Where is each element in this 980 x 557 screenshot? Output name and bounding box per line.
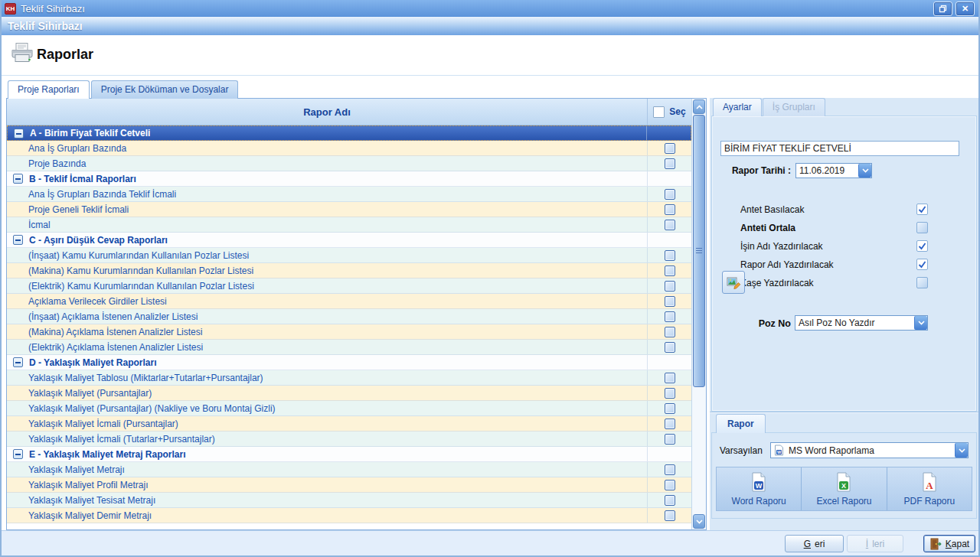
table-row[interactable]: (İnşaat) Kamu Kurumlarından Kullanılan P…	[7, 248, 691, 263]
group-row[interactable]: A - Birim Fiyat Teklif Cetveli	[7, 125, 691, 141]
row-checkbox[interactable]	[665, 158, 675, 169]
tab-rapor[interactable]: Rapor	[716, 414, 766, 433]
row-checkbox[interactable]	[665, 296, 675, 307]
option-checkbox[interactable]	[916, 240, 928, 252]
table-row[interactable]: Yaklaşık Maliyet (Pursantajlar) (Nakliye…	[7, 401, 691, 416]
tab-is-gruplari[interactable]: İş Grupları	[763, 98, 825, 116]
row-checkbox[interactable]	[665, 510, 675, 521]
table-row[interactable]: Yaklaşık Maliyet Tablosu (Miktarlar+Tuta…	[7, 370, 691, 386]
collapse-minus-icon[interactable]	[13, 357, 23, 367]
table-row[interactable]: (Elektrik) Açıklama İstenen Analizler Li…	[7, 340, 691, 355]
row-checkbox-cell	[647, 309, 691, 324]
column-header-rapor-adi: Rapor Adı	[7, 106, 647, 118]
table-row[interactable]: Ana İş Grupları Bazında	[7, 141, 691, 156]
row-checkbox[interactable]	[665, 480, 675, 490]
collapse-minus-icon[interactable]	[14, 129, 24, 138]
row-checkbox[interactable]	[665, 189, 675, 200]
edit-antet-button[interactable]	[722, 271, 745, 294]
table-row[interactable]: Ana İş Grupları Bazında Teklif İcmali	[7, 187, 691, 202]
varsayilan-label: Varsayılan	[720, 445, 763, 456]
group-row[interactable]: B - Teklif İcmal Raporları	[7, 171, 691, 187]
table-row[interactable]: (Makina) Kamu Kurumlarından Kullanılan P…	[7, 263, 691, 278]
tab-proje-raporlari[interactable]: Proje Raporları	[8, 80, 90, 99]
close-button-footer[interactable]: Kapat	[923, 535, 975, 552]
group-row[interactable]: D - Yaklaşık Maliyet Raporları	[7, 355, 691, 370]
table-row[interactable]: Yaklaşık Maliyet Demir Metrajı	[7, 508, 691, 523]
collapse-minus-icon[interactable]	[13, 174, 23, 184]
table-row[interactable]: Proje Bazında	[7, 156, 691, 171]
report-rows: A - Birim Fiyat Teklif CetveliAna İş Gru…	[7, 125, 691, 529]
row-checkbox[interactable]	[665, 250, 675, 261]
select-all-checkbox[interactable]	[653, 106, 665, 118]
option-checkbox[interactable]	[916, 222, 928, 233]
row-checkbox[interactable]	[665, 220, 675, 230]
application-window: KH Teklif Sihirbazı ✕ Teklif Sihirbazı R…	[0, 0, 980, 557]
table-row[interactable]: (Makina) Açıklama İstenen Analizler List…	[7, 324, 691, 340]
report-name-input[interactable]	[720, 141, 959, 156]
row-checkbox[interactable]	[665, 281, 675, 292]
group-row[interactable]: E - Yaklaşık Maliyet Metraj Raporları	[7, 447, 691, 462]
report-date-combobox[interactable]: 11.06.2019	[795, 163, 872, 178]
row-checkbox[interactable]	[665, 311, 675, 322]
back-button[interactable]: Geri	[785, 535, 844, 552]
row-checkbox[interactable]	[665, 204, 675, 215]
row-checkbox[interactable]	[665, 403, 675, 414]
scroll-thumb[interactable]	[693, 115, 705, 387]
collapse-minus-icon[interactable]	[13, 235, 23, 245]
row-checkbox[interactable]	[665, 419, 675, 429]
table-row[interactable]: Yaklaşık Maliyet Metrajı	[7, 462, 691, 477]
row-label: Yaklaşık Maliyet İcmali (Pursantajlar)	[7, 416, 647, 431]
collapse-minus-icon[interactable]	[13, 449, 23, 459]
group-row[interactable]: C - Aşırı Düşük Cevap Raporları	[7, 233, 691, 248]
poz-no-combobox[interactable]: Asıl Poz No Yazdır	[795, 315, 928, 331]
option-checkbox[interactable]	[916, 277, 928, 288]
tab-proje-ek-dokuman[interactable]: Proje Ek Döküman ve Dosyalar	[91, 80, 239, 99]
scroll-up-button[interactable]	[693, 99, 705, 114]
table-row[interactable]: Yaklaşık Maliyet Profil Metrajı	[7, 477, 691, 493]
row-label: Proje Geneli Teklif İcmali	[7, 202, 647, 217]
table-row[interactable]: (İnşaat) Açıklama İstenen Analizler List…	[7, 309, 691, 324]
option-checkbox[interactable]	[916, 259, 928, 270]
check-icon	[918, 261, 926, 269]
table-row[interactable]: Yaklaşık Maliyet İcmali (Pursantajlar)	[7, 416, 691, 432]
close-button[interactable]: ✕	[956, 2, 975, 16]
row-checkbox[interactable]	[665, 342, 675, 353]
option-label: Kaşe Yazdırılacak	[740, 278, 814, 288]
report-date-label: Rapor Tarihi :	[720, 165, 791, 176]
row-label: E - Yaklaşık Maliyet Metraj Raporları	[7, 447, 647, 461]
close-button-label: Kapat	[946, 539, 969, 549]
restore-button[interactable]	[933, 2, 952, 16]
table-row[interactable]: Proje Geneli Teklif İcmali	[7, 202, 691, 217]
option-checkbox[interactable]	[916, 204, 928, 215]
pdf-raporu-button[interactable]: APDF Raporu	[887, 467, 972, 510]
row-label: İcmal	[7, 217, 647, 232]
row-checkbox-cell	[647, 217, 691, 232]
output-buttons: WWord RaporuXExcel RaporuAPDF Raporu	[716, 467, 972, 511]
tab-ayarlar[interactable]: Ayarlar	[713, 98, 762, 116]
word-raporu-button[interactable]: WWord Raporu	[717, 467, 802, 510]
row-checkbox[interactable]	[665, 265, 675, 276]
default-report-combobox[interactable]: W MS Word Raporlama	[770, 442, 969, 458]
table-row[interactable]: Açıklama Verilecek Girdiler Listesi	[7, 294, 691, 309]
row-checkbox[interactable]	[665, 143, 675, 154]
vertical-scrollbar[interactable]	[691, 99, 706, 529]
report-output-groupbox: Varsayılan W MS Word Raporlama WWord Rap…	[711, 432, 977, 519]
table-row[interactable]: Yaklaşık Maliyet (Pursantajlar)	[7, 386, 691, 401]
scroll-down-button[interactable]	[693, 514, 705, 529]
chevron-down-icon[interactable]	[955, 443, 968, 458]
table-row[interactable]: Yaklaşık Maliyet İcmali (Tutarlar+Pursan…	[7, 432, 691, 447]
row-checkbox[interactable]	[665, 327, 675, 337]
row-checkbox[interactable]	[665, 373, 675, 383]
table-row[interactable]: (Elektrik) Kamu Kurumlarından Kullanılan…	[7, 278, 691, 294]
table-row[interactable]: İcmal	[7, 217, 691, 233]
chevron-down-icon[interactable]	[858, 164, 871, 178]
row-checkbox[interactable]	[665, 495, 675, 506]
excel-raporu-button[interactable]: XExcel Raporu	[802, 467, 887, 510]
restore-icon	[939, 5, 947, 13]
row-checkbox[interactable]	[665, 388, 675, 399]
chevron-down-icon[interactable]	[914, 316, 927, 330]
row-checkbox[interactable]	[665, 464, 675, 475]
row-checkbox[interactable]	[665, 434, 675, 445]
row-label: Yaklaşık Maliyet Demir Metrajı	[7, 508, 647, 523]
table-row[interactable]: Yaklaşık Maliyet Tesisat Metrajı	[7, 493, 691, 508]
